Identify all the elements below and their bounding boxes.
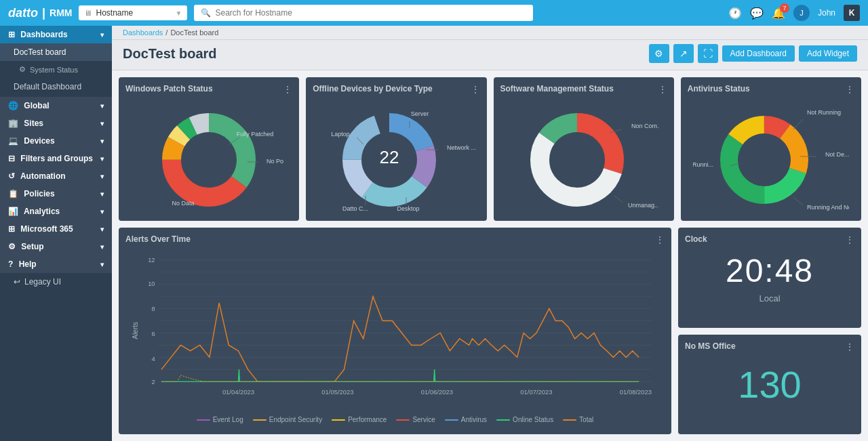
svg-text:2: 2 [151, 378, 155, 385]
svg-text:4: 4 [151, 355, 155, 362]
alerts-svg: 12 10 8 6 4 2 01/04/2023 01/05/2023 01/0… [139, 249, 665, 405]
settings-button[interactable]: ⚙ [649, 44, 669, 63]
sidebar-setup-header[interactable]: ⚙ Setup ▾ [0, 238, 112, 255]
legend-performance-color [332, 419, 345, 421]
user-avatar[interactable]: J [793, 5, 810, 21]
dashboard-grid: Windows Patch Status ⋮ [112, 70, 868, 441]
widget-antivirus: Antivirus Status ⋮ [681, 77, 861, 221]
sidebar-sites-header[interactable]: 🏢 Sites ▾ [0, 114, 112, 132]
legend-endpoint-color [253, 419, 267, 421]
sidebar-item-legacy-ui[interactable]: ↩ Legacy UI [0, 273, 112, 291]
antivirus-svg: Not Running Not De... Runni... Running A… [693, 96, 849, 217]
y-axis-label: Alerts [132, 322, 139, 339]
windows-patch-menu[interactable]: ⋮ [283, 84, 292, 95]
chart-legend: Event Log Endpoint Security Performance [125, 416, 665, 423]
sidebar-filters-header[interactable]: ⊟ Filters and Groups ▾ [0, 150, 112, 167]
sidebar-dashboards-header[interactable]: ⊞ Dashboards ▾ [0, 26, 112, 43]
chat-icon[interactable]: 💬 [750, 7, 764, 20]
user-name: John [818, 8, 835, 18]
sw-label-noncom: Non Com... [631, 123, 658, 129]
clock-icon[interactable]: 🕐 [728, 7, 742, 20]
legend-total: Total [563, 416, 593, 423]
svg-text:01/06/2023: 01/06/2023 [421, 388, 453, 396]
sidebar-global-header[interactable]: 🌐 Global ▾ [0, 97, 112, 114]
sidebar-item-default-dashboard[interactable]: Default Dashboard [0, 78, 112, 96]
sidebar: ⊞ Dashboards ▾ DocTest board ⚙ System St… [0, 26, 112, 441]
fullscreen-button[interactable]: ⛶ [698, 44, 718, 63]
svg-text:10: 10 [148, 280, 155, 288]
sidebar-help-header[interactable]: ? Help ▾ [0, 255, 112, 273]
devices-label: Devices [24, 136, 54, 146]
share-button[interactable]: ↗ [673, 44, 694, 63]
sidebar-item-doctest[interactable]: DocTest board [0, 43, 112, 61]
setup-icon: ⚙ [8, 242, 16, 251]
alerts-menu[interactable]: ⋮ [655, 234, 665, 245]
clock-title: Clock [685, 234, 707, 244]
alert-icon[interactable]: 🔔 7 [772, 7, 785, 20]
filters-label: Filters and Groups [20, 154, 93, 163]
antivirus-menu[interactable]: ⋮ [845, 84, 854, 95]
search-input[interactable] [215, 8, 526, 18]
offline-label-desktop: Desktop [397, 205, 420, 212]
add-widget-button[interactable]: Add Widget [799, 45, 857, 62]
widget-software-mgmt: Software Management Status ⋮ Non Com... [494, 77, 674, 221]
clock-time: 20:48 [726, 252, 814, 289]
svg-text:8: 8 [151, 305, 155, 312]
logo-datto: datto [8, 6, 38, 20]
analytics-label: Analytics [24, 207, 60, 216]
sidebar-automation-header[interactable]: ↺ Automation ▾ [0, 167, 112, 185]
search-bar[interactable]: 🔍 [194, 5, 533, 21]
svg-text:01/04/2023: 01/04/2023 [222, 388, 254, 396]
globe-icon: 🌐 [8, 101, 18, 110]
legend-event-log-color [197, 419, 210, 421]
online-status-line [161, 369, 639, 381]
alerts-title: Alerts Over Time [125, 234, 665, 244]
logo-rmm: RMM [50, 7, 72, 18]
sidebar-devices-header[interactable]: 💻 Devices ▾ [0, 132, 112, 150]
patch-label-fullypatched: Fully Patched [237, 131, 274, 138]
antivirus-title: Antivirus Status [688, 84, 854, 93]
total-line [161, 297, 639, 382]
sidebar-ms365-header[interactable]: ⊞ Microsoft 365 ▾ [0, 220, 112, 238]
software-mgmt-menu[interactable]: ⋮ [658, 84, 667, 95]
help-label: Help [19, 259, 37, 269]
sidebar-policies-header[interactable]: 📋 Policies ▾ [0, 185, 112, 203]
offline-label-network: Network ... [447, 144, 476, 151]
legend-antivirus: Antivirus [445, 416, 487, 423]
sidebar-analytics-header[interactable]: 📊 Analytics ▾ [0, 203, 112, 220]
global-chevron: ▾ [100, 102, 104, 110]
offline-devices-svg: 22 Server Laptop Network ... Datto C... … [315, 96, 477, 217]
add-dashboard-button[interactable]: Add Dashboard [722, 45, 795, 62]
sw-label-unmanaged: Unmanag... [628, 202, 658, 209]
alert-badge: 7 [780, 3, 789, 13]
offline-label-laptop: Laptop [332, 131, 351, 138]
sites-label: Sites [24, 119, 43, 128]
legend-event-log: Event Log [197, 416, 243, 423]
ms-office-title: No MS Office [685, 341, 736, 351]
legend-endpoint: Endpoint Security [253, 416, 322, 423]
breadcrumb-parent[interactable]: Dashboards [123, 28, 163, 37]
automation-label: Automation [20, 171, 66, 181]
clock-menu[interactable]: ⋮ [845, 234, 854, 245]
widget-windows-patch: Windows Patch Status ⋮ [119, 77, 299, 221]
offline-devices-menu[interactable]: ⋮ [471, 84, 480, 95]
svg-line-31 [793, 197, 803, 205]
ms-office-menu[interactable]: ⋮ [845, 341, 854, 352]
setup-label: Setup [21, 242, 43, 251]
windows-patch-title: Windows Patch Status [125, 84, 292, 93]
patch-label-nopol: No Pol... [267, 158, 283, 165]
av-label-runningandnot: Running And Not ... [807, 204, 849, 211]
legend-performance: Performance [332, 416, 387, 423]
sidebar-item-system-status[interactable]: ⚙ System Status [0, 61, 112, 78]
windows-patch-svg: Fully Patched No Pol... Reboot ... Insta… [134, 96, 283, 217]
sidebar-cog-icon: ⚙ [19, 65, 26, 74]
widget-row-1: Windows Patch Status ⋮ [119, 77, 861, 221]
right-widgets: Clock ⋮ 20:48 Local No MS Office ⋮ 130 [678, 228, 861, 434]
legend-online-color [496, 419, 510, 421]
sites-icon: 🏢 [8, 119, 18, 128]
clock-timezone: Local [759, 293, 780, 303]
svg-line-22 [614, 196, 623, 203]
hostname-select[interactable]: 🖥 Hostname ▼ [79, 5, 187, 20]
antivirus-chart: Not Running Not De... Runni... Running A… [688, 99, 854, 214]
offline-label-datto: Datto C... [342, 205, 368, 212]
